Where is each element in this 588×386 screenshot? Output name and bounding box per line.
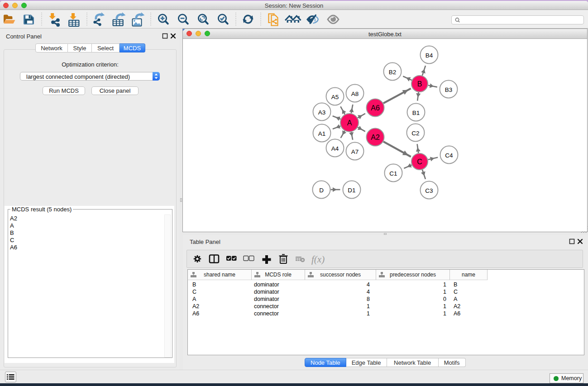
svg-text:B1: B1 <box>412 110 420 116</box>
svg-text:C: C <box>417 158 422 166</box>
svg-text:A: A <box>347 119 352 127</box>
svg-text:D: D <box>319 187 324 194</box>
svg-text:C3: C3 <box>425 187 433 194</box>
svg-text:D1: D1 <box>348 187 355 194</box>
svg-text:A1: A1 <box>318 130 326 137</box>
svg-text:B2: B2 <box>389 69 397 76</box>
svg-text:A8: A8 <box>351 91 359 97</box>
svg-text:A5: A5 <box>331 94 339 100</box>
svg-text:A7: A7 <box>351 148 359 155</box>
svg-text:B: B <box>417 80 422 88</box>
svg-text:A3: A3 <box>318 109 326 116</box>
svg-text:C1: C1 <box>389 170 397 177</box>
svg-text:B4: B4 <box>425 52 433 59</box>
svg-text:A2: A2 <box>371 133 380 141</box>
svg-text:f(x): f(x) <box>311 254 325 265</box>
svg-text:C4: C4 <box>445 152 453 159</box>
svg-text:B3: B3 <box>445 86 453 93</box>
svg-text:A6: A6 <box>371 104 380 112</box>
svg-text:C2: C2 <box>411 130 419 137</box>
svg-text:A4: A4 <box>331 145 339 152</box>
